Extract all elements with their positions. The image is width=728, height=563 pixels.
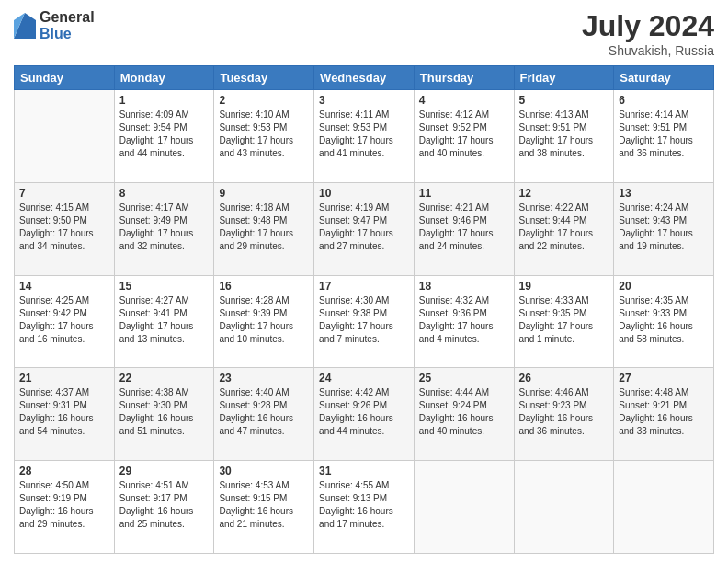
day-cell [414, 461, 514, 554]
day-cell: 14Sunrise: 4:25 AMSunset: 9:42 PMDayligh… [15, 275, 115, 368]
day-number: 12 [519, 187, 609, 200]
day-number: 15 [119, 280, 210, 293]
week-row-3: 14Sunrise: 4:25 AMSunset: 9:42 PMDayligh… [15, 275, 714, 368]
day-info: Sunrise: 4:25 AMSunset: 9:42 PMDaylight:… [19, 294, 109, 346]
day-cell: 31Sunrise: 4:55 AMSunset: 9:13 PMDayligh… [314, 461, 415, 554]
day-number: 5 [519, 94, 609, 107]
day-cell: 18Sunrise: 4:32 AMSunset: 9:36 PMDayligh… [414, 275, 514, 368]
day-number: 31 [319, 465, 409, 477]
day-info: Sunrise: 4:18 AMSunset: 9:48 PMDaylight:… [219, 201, 309, 253]
day-cell: 19Sunrise: 4:33 AMSunset: 9:35 PMDayligh… [514, 275, 614, 368]
day-info: Sunrise: 4:53 AMSunset: 9:15 PMDaylight:… [219, 479, 309, 531]
day-info: Sunrise: 4:12 AMSunset: 9:52 PMDaylight:… [419, 109, 509, 160]
day-cell: 10Sunrise: 4:19 AMSunset: 9:47 PMDayligh… [314, 182, 415, 275]
header: General Blue July 2024 Shuvakish, Russia [14, 9, 714, 58]
day-info: Sunrise: 4:50 AMSunset: 9:19 PMDaylight:… [19, 479, 109, 531]
day-number: 17 [319, 280, 409, 293]
col-tuesday: Tuesday [214, 66, 314, 90]
day-number: 21 [19, 372, 109, 385]
week-row-5: 28Sunrise: 4:50 AMSunset: 9:19 PMDayligh… [15, 461, 714, 554]
day-cell [15, 90, 115, 183]
col-saturday: Saturday [614, 66, 714, 90]
week-row-4: 21Sunrise: 4:37 AMSunset: 9:31 PMDayligh… [15, 368, 714, 461]
day-cell: 29Sunrise: 4:51 AMSunset: 9:17 PMDayligh… [114, 461, 214, 554]
day-number: 22 [119, 372, 210, 385]
day-cell: 6Sunrise: 4:14 AMSunset: 9:51 PMDaylight… [614, 90, 714, 183]
day-number: 2 [219, 94, 309, 107]
day-info: Sunrise: 4:51 AMSunset: 9:17 PMDaylight:… [119, 479, 210, 531]
day-info: Sunrise: 4:28 AMSunset: 9:39 PMDaylight:… [219, 294, 309, 346]
main-title: July 2024 [582, 9, 714, 43]
day-info: Sunrise: 4:37 AMSunset: 9:31 PMDaylight:… [19, 386, 109, 438]
day-cell: 13Sunrise: 4:24 AMSunset: 9:43 PMDayligh… [614, 182, 714, 275]
day-cell: 5Sunrise: 4:13 AMSunset: 9:51 PMDaylight… [514, 90, 614, 183]
day-info: Sunrise: 4:55 AMSunset: 9:13 PMDaylight:… [319, 479, 409, 531]
day-info: Sunrise: 4:10 AMSunset: 9:53 PMDaylight:… [219, 109, 309, 160]
day-cell: 12Sunrise: 4:22 AMSunset: 9:44 PMDayligh… [514, 182, 614, 275]
day-cell: 11Sunrise: 4:21 AMSunset: 9:46 PMDayligh… [414, 182, 514, 275]
day-cell: 8Sunrise: 4:17 AMSunset: 9:49 PMDaylight… [114, 182, 214, 275]
day-cell: 22Sunrise: 4:38 AMSunset: 9:30 PMDayligh… [114, 368, 214, 461]
day-cell: 15Sunrise: 4:27 AMSunset: 9:41 PMDayligh… [114, 275, 214, 368]
day-number: 20 [619, 280, 709, 293]
day-number: 4 [419, 94, 509, 107]
day-cell: 1Sunrise: 4:09 AMSunset: 9:54 PMDaylight… [114, 90, 214, 183]
logo-general-text: General [40, 9, 95, 26]
day-info: Sunrise: 4:46 AMSunset: 9:23 PMDaylight:… [519, 386, 609, 438]
day-info: Sunrise: 4:33 AMSunset: 9:35 PMDaylight:… [519, 294, 609, 346]
col-friday: Friday [514, 66, 614, 90]
logo-icon [14, 13, 36, 39]
week-row-1: 1Sunrise: 4:09 AMSunset: 9:54 PMDaylight… [15, 90, 714, 183]
day-info: Sunrise: 4:17 AMSunset: 9:49 PMDaylight:… [119, 201, 210, 253]
page: General Blue July 2024 Shuvakish, Russia… [0, 0, 728, 563]
day-number: 13 [619, 187, 709, 200]
day-cell: 20Sunrise: 4:35 AMSunset: 9:33 PMDayligh… [614, 275, 714, 368]
day-info: Sunrise: 4:22 AMSunset: 9:44 PMDaylight:… [519, 201, 609, 253]
day-info: Sunrise: 4:15 AMSunset: 9:50 PMDaylight:… [19, 201, 109, 253]
day-info: Sunrise: 4:48 AMSunset: 9:21 PMDaylight:… [619, 386, 709, 438]
day-info: Sunrise: 4:13 AMSunset: 9:51 PMDaylight:… [519, 109, 609, 160]
day-cell: 30Sunrise: 4:53 AMSunset: 9:15 PMDayligh… [214, 461, 314, 554]
day-info: Sunrise: 4:27 AMSunset: 9:41 PMDaylight:… [119, 294, 210, 346]
day-cell: 17Sunrise: 4:30 AMSunset: 9:38 PMDayligh… [314, 275, 415, 368]
day-number: 3 [319, 94, 409, 107]
day-cell: 16Sunrise: 4:28 AMSunset: 9:39 PMDayligh… [214, 275, 314, 368]
day-number: 26 [519, 372, 609, 385]
day-number: 1 [119, 94, 210, 107]
day-number: 25 [419, 372, 509, 385]
day-number: 11 [419, 187, 509, 200]
day-number: 14 [19, 280, 109, 293]
calendar: Sunday Monday Tuesday Wednesday Thursday… [14, 65, 714, 554]
day-cell: 28Sunrise: 4:50 AMSunset: 9:19 PMDayligh… [15, 461, 115, 554]
day-cell [614, 461, 714, 554]
day-cell: 3Sunrise: 4:11 AMSunset: 9:53 PMDaylight… [314, 90, 415, 183]
day-info: Sunrise: 4:19 AMSunset: 9:47 PMDaylight:… [319, 201, 409, 253]
day-number: 24 [319, 372, 409, 385]
day-number: 9 [219, 187, 309, 200]
day-info: Sunrise: 4:38 AMSunset: 9:30 PMDaylight:… [119, 386, 210, 438]
day-number: 19 [519, 280, 609, 293]
day-info: Sunrise: 4:44 AMSunset: 9:24 PMDaylight:… [419, 386, 509, 438]
day-cell: 25Sunrise: 4:44 AMSunset: 9:24 PMDayligh… [414, 368, 514, 461]
day-number: 10 [319, 187, 409, 200]
day-info: Sunrise: 4:09 AMSunset: 9:54 PMDaylight:… [119, 109, 210, 160]
day-cell: 2Sunrise: 4:10 AMSunset: 9:53 PMDaylight… [214, 90, 314, 183]
title-block: July 2024 Shuvakish, Russia [582, 9, 714, 58]
col-sunday: Sunday [15, 66, 115, 90]
day-info: Sunrise: 4:42 AMSunset: 9:26 PMDaylight:… [319, 386, 409, 438]
day-info: Sunrise: 4:35 AMSunset: 9:33 PMDaylight:… [619, 294, 709, 346]
logo-text: General Blue [40, 9, 95, 41]
day-info: Sunrise: 4:11 AMSunset: 9:53 PMDaylight:… [319, 109, 409, 160]
day-number: 6 [619, 94, 709, 107]
day-cell: 26Sunrise: 4:46 AMSunset: 9:23 PMDayligh… [514, 368, 614, 461]
day-info: Sunrise: 4:40 AMSunset: 9:28 PMDaylight:… [219, 386, 309, 438]
day-number: 8 [119, 187, 210, 200]
day-number: 7 [19, 187, 109, 200]
day-info: Sunrise: 4:30 AMSunset: 9:38 PMDaylight:… [319, 294, 409, 346]
day-info: Sunrise: 4:21 AMSunset: 9:46 PMDaylight:… [419, 201, 509, 253]
day-info: Sunrise: 4:24 AMSunset: 9:43 PMDaylight:… [619, 201, 709, 253]
day-number: 29 [119, 465, 210, 477]
day-cell [514, 461, 614, 554]
day-cell: 21Sunrise: 4:37 AMSunset: 9:31 PMDayligh… [15, 368, 115, 461]
day-number: 23 [219, 372, 309, 385]
